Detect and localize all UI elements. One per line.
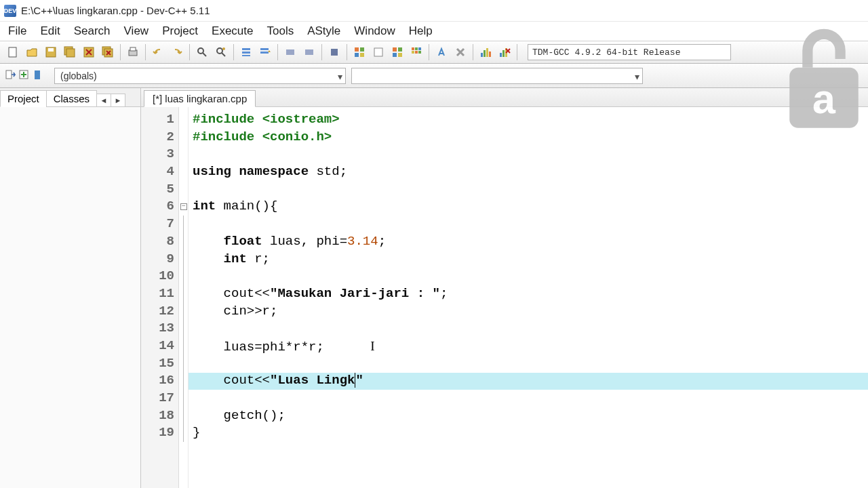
menu-window[interactable]: Window [351, 23, 397, 39]
watermark-lock-icon: a [780, 20, 868, 132]
line-gutter: 12345678910111213141516171819 [141, 107, 179, 488]
menu-edit[interactable]: Edit [37, 23, 62, 39]
svg-point-10 [198, 48, 203, 54]
svg-rect-46 [6, 70, 12, 79]
svg-rect-39 [481, 53, 483, 57]
sidebar: Project Classes ◄ ► [0, 88, 141, 488]
menu-astyle[interactable]: AStyle [304, 23, 343, 39]
stop-button[interactable] [326, 43, 343, 61]
editor-tabs: [*] luas lingkaran.cpp [141, 88, 868, 107]
rebuild-button[interactable] [408, 43, 425, 61]
close-all-button[interactable] [99, 43, 117, 61]
fold-column: − [179, 107, 189, 488]
tab-project[interactable]: Project [0, 90, 47, 107]
svg-rect-2 [48, 48, 54, 52]
new-file-button[interactable] [4, 43, 22, 61]
toggle-bookmark-button[interactable] [237, 43, 255, 61]
delete-profile-button[interactable] [496, 43, 513, 61]
compiler-select[interactable]: TDM-GCC 4.9.2 64-bit Release [528, 44, 731, 60]
save-button[interactable] [42, 43, 60, 61]
scope-select[interactable]: (globals)▾ [54, 68, 346, 84]
svg-point-12 [217, 48, 222, 54]
window-title: E:\C++\luas lingkaran.cpp - Dev-C++ 5.11 [21, 5, 210, 16]
svg-rect-28 [393, 47, 397, 52]
open-button[interactable] [23, 43, 41, 61]
text-cursor-icon: I [370, 339, 374, 353]
editor-area: [*] luas lingkaran.cpp 12345678910111213… [141, 88, 868, 488]
nav-back-button[interactable] [281, 43, 299, 61]
close-button[interactable] [80, 43, 98, 61]
svg-rect-32 [412, 47, 414, 50]
svg-rect-25 [355, 53, 359, 57]
profile-button[interactable] [477, 43, 494, 61]
debug-button[interactable] [433, 43, 450, 61]
svg-rect-17 [242, 55, 250, 56]
titlebar: DEV E:\C++\luas lingkaran.cpp - Dev-C++ … [0, 0, 868, 22]
svg-rect-18 [260, 48, 269, 50]
svg-rect-15 [242, 48, 250, 50]
goto-bookmark-button[interactable] [256, 43, 274, 61]
menu-project[interactable]: Project [159, 23, 201, 39]
app-icon: DEV [4, 5, 16, 17]
svg-rect-34 [418, 47, 421, 50]
replace-button[interactable] [212, 43, 230, 61]
svg-rect-37 [418, 51, 421, 54]
bookmark-toggle-button[interactable] [31, 68, 43, 83]
svg-rect-16 [242, 52, 250, 54]
compile-button[interactable] [351, 43, 368, 61]
print-button[interactable] [124, 43, 142, 61]
svg-rect-26 [360, 53, 364, 57]
member-select[interactable]: ▾ [351, 68, 643, 84]
file-tab[interactable]: [*] luas lingkaran.cpp [144, 90, 256, 107]
svg-rect-33 [415, 47, 418, 50]
save-all-button[interactable] [61, 43, 79, 61]
svg-rect-36 [415, 51, 418, 54]
svg-rect-23 [355, 47, 359, 52]
menu-help[interactable]: Help [406, 23, 435, 39]
menu-view[interactable]: View [121, 23, 152, 39]
menu-execute[interactable]: Execute [209, 23, 256, 39]
svg-rect-9 [130, 47, 136, 51]
svg-point-14 [222, 47, 225, 50]
menu-file[interactable]: File [5, 23, 29, 39]
stop-exec-button[interactable] [452, 43, 469, 61]
svg-rect-4 [66, 49, 75, 57]
svg-rect-40 [484, 50, 486, 57]
svg-line-13 [222, 53, 225, 56]
insert-button[interactable] [18, 68, 30, 83]
svg-rect-29 [398, 47, 402, 52]
toolbar-scope: (globals)▾ ▾ [0, 64, 868, 88]
tab-scroll-left[interactable]: ◄ [96, 94, 111, 107]
svg-rect-35 [412, 51, 414, 54]
goto-button[interactable] [4, 68, 16, 83]
find-button[interactable] [193, 43, 211, 61]
fold-toggle-icon[interactable]: − [180, 203, 187, 210]
svg-rect-19 [260, 52, 269, 54]
svg-text:a: a [812, 76, 836, 122]
svg-rect-20 [286, 49, 294, 55]
code-editor[interactable]: 12345678910111213141516171819 − #include… [141, 107, 868, 488]
svg-rect-44 [502, 50, 505, 57]
svg-rect-48 [35, 70, 40, 79]
undo-button[interactable] [149, 43, 167, 61]
tab-scroll-right[interactable]: ► [111, 94, 125, 107]
redo-button[interactable] [168, 43, 186, 61]
svg-line-11 [203, 53, 206, 56]
menu-search[interactable]: Search [71, 23, 113, 39]
svg-rect-21 [305, 49, 313, 55]
menu-tools[interactable]: Tools [264, 23, 296, 39]
svg-rect-41 [486, 48, 488, 57]
svg-rect-30 [393, 53, 397, 57]
tab-classes[interactable]: Classes [46, 90, 97, 107]
svg-rect-43 [500, 53, 502, 57]
svg-rect-22 [331, 49, 338, 56]
svg-rect-31 [398, 53, 402, 57]
toolbar-main: TDM-GCC 4.9.2 64-bit Release [0, 41, 868, 64]
run-button[interactable] [370, 43, 387, 61]
nav-fwd-button[interactable] [300, 43, 318, 61]
source-text[interactable]: #include <iostream> #include <conio.h> u… [189, 107, 868, 488]
svg-rect-27 [374, 48, 382, 56]
svg-rect-0 [9, 47, 16, 57]
svg-rect-42 [489, 52, 491, 57]
compile-run-button[interactable] [389, 43, 406, 61]
